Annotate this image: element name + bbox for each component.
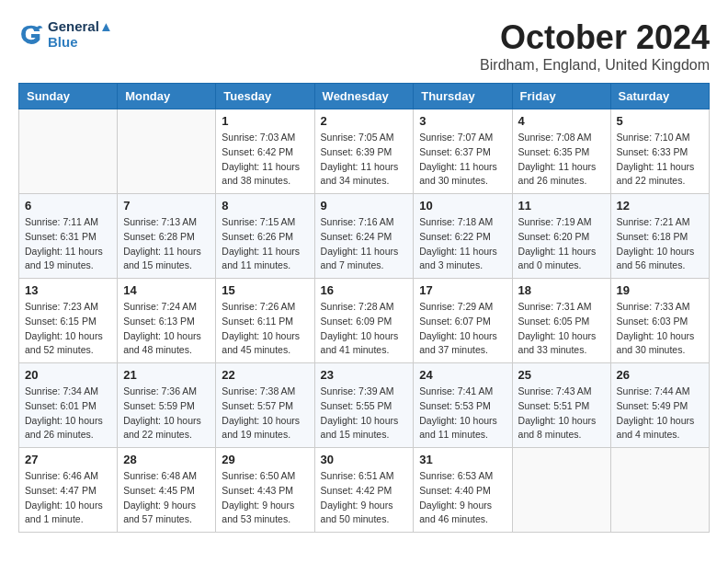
day-number: 13: [25, 283, 111, 297]
day-info: Sunrise: 7:34 AMSunset: 6:01 PMDaylight:…: [25, 385, 111, 442]
day-number: 25: [518, 368, 605, 382]
calendar-cell: 2Sunrise: 7:05 AMSunset: 6:39 PMDaylight…: [314, 109, 414, 194]
day-number: 5: [617, 114, 703, 128]
calendar-cell: 20Sunrise: 7:34 AMSunset: 6:01 PMDayligh…: [19, 363, 118, 448]
weekday-header-sunday: Sunday: [19, 84, 118, 109]
calendar-cell: 25Sunrise: 7:43 AMSunset: 5:51 PMDayligh…: [512, 363, 610, 448]
calendar-cell: 27Sunrise: 6:46 AMSunset: 4:47 PMDayligh…: [19, 448, 118, 533]
location: Birdham, England, United Kingdom: [480, 57, 710, 74]
page-header: General▲ Blue October 2024 Birdham, Engl…: [18, 18, 710, 74]
logo-text: General▲ Blue: [48, 18, 113, 50]
calendar-cell: 22Sunrise: 7:38 AMSunset: 5:57 PMDayligh…: [216, 363, 314, 448]
day-info: Sunrise: 7:05 AMSunset: 6:39 PMDaylight:…: [321, 131, 408, 189]
day-info: Sunrise: 7:11 AMSunset: 6:31 PMDaylight:…: [25, 215, 111, 273]
day-number: 1: [222, 114, 308, 128]
day-number: 4: [518, 114, 605, 128]
day-number: 23: [321, 368, 408, 382]
calendar-cell: 11Sunrise: 7:19 AMSunset: 6:20 PMDayligh…: [512, 194, 610, 279]
day-info: Sunrise: 7:43 AMSunset: 5:51 PMDaylight:…: [518, 385, 605, 442]
day-number: 16: [321, 283, 408, 297]
day-number: 3: [419, 114, 506, 128]
day-number: 8: [222, 199, 308, 213]
calendar-cell: 29Sunrise: 6:50 AMSunset: 4:43 PMDayligh…: [216, 448, 314, 533]
day-number: 18: [518, 283, 605, 297]
calendar-cell: 26Sunrise: 7:44 AMSunset: 5:49 PMDayligh…: [610, 363, 709, 448]
day-info: Sunrise: 7:24 AMSunset: 6:13 PMDaylight:…: [123, 300, 210, 358]
day-number: 6: [25, 199, 111, 213]
calendar-cell: [19, 109, 118, 194]
day-info: Sunrise: 7:21 AMSunset: 6:18 PMDaylight:…: [617, 215, 703, 273]
day-number: 24: [419, 368, 506, 382]
day-number: 26: [617, 368, 703, 382]
calendar-cell: 21Sunrise: 7:36 AMSunset: 5:59 PMDayligh…: [118, 363, 216, 448]
calendar-cell: 15Sunrise: 7:26 AMSunset: 6:11 PMDayligh…: [216, 279, 314, 363]
day-info: Sunrise: 7:03 AMSunset: 6:42 PMDaylight:…: [222, 131, 308, 189]
day-info: Sunrise: 7:36 AMSunset: 5:59 PMDaylight:…: [123, 385, 210, 442]
day-info: Sunrise: 7:10 AMSunset: 6:33 PMDaylight:…: [617, 131, 703, 189]
day-info: Sunrise: 6:50 AMSunset: 4:43 PMDaylight:…: [222, 469, 308, 527]
calendar-cell: [512, 448, 610, 533]
calendar-cell: 5Sunrise: 7:10 AMSunset: 6:33 PMDaylight…: [610, 109, 709, 194]
calendar-cell: 1Sunrise: 7:03 AMSunset: 6:42 PMDaylight…: [216, 109, 314, 194]
calendar-cell: 17Sunrise: 7:29 AMSunset: 6:07 PMDayligh…: [414, 279, 512, 363]
calendar-cell: 13Sunrise: 7:23 AMSunset: 6:15 PMDayligh…: [19, 279, 118, 363]
day-info: Sunrise: 7:28 AMSunset: 6:09 PMDaylight:…: [321, 300, 408, 358]
calendar-cell: 3Sunrise: 7:07 AMSunset: 6:37 PMDaylight…: [414, 109, 512, 194]
weekday-header-tuesday: Tuesday: [216, 84, 314, 109]
day-info: Sunrise: 7:15 AMSunset: 6:26 PMDaylight:…: [222, 215, 308, 273]
weekday-header-wednesday: Wednesday: [314, 84, 414, 109]
day-number: 14: [123, 283, 210, 297]
calendar-week-3: 13Sunrise: 7:23 AMSunset: 6:15 PMDayligh…: [19, 279, 710, 363]
day-number: 30: [321, 453, 408, 466]
logo: General▲ Blue: [18, 18, 113, 50]
day-info: Sunrise: 7:08 AMSunset: 6:35 PMDaylight:…: [518, 131, 605, 189]
day-number: 2: [321, 114, 408, 128]
calendar-cell: 8Sunrise: 7:15 AMSunset: 6:26 PMDaylight…: [216, 194, 314, 279]
calendar-cell: 16Sunrise: 7:28 AMSunset: 6:09 PMDayligh…: [314, 279, 414, 363]
day-info: Sunrise: 7:19 AMSunset: 6:20 PMDaylight:…: [518, 215, 605, 273]
calendar-cell: [118, 109, 216, 194]
month-title: October 2024: [480, 18, 710, 57]
day-number: 9: [321, 199, 408, 213]
calendar-cell: 18Sunrise: 7:31 AMSunset: 6:05 PMDayligh…: [512, 279, 610, 363]
day-number: 21: [123, 368, 210, 382]
day-number: 11: [518, 199, 605, 213]
day-number: 28: [123, 453, 210, 466]
day-info: Sunrise: 7:23 AMSunset: 6:15 PMDaylight:…: [25, 300, 111, 358]
day-info: Sunrise: 6:46 AMSunset: 4:47 PMDaylight:…: [25, 469, 111, 527]
day-info: Sunrise: 7:38 AMSunset: 5:57 PMDaylight:…: [222, 385, 308, 442]
calendar-cell: 10Sunrise: 7:18 AMSunset: 6:22 PMDayligh…: [414, 194, 512, 279]
logo-icon: [18, 21, 44, 47]
day-info: Sunrise: 6:53 AMSunset: 4:40 PMDaylight:…: [419, 469, 506, 527]
day-info: Sunrise: 7:29 AMSunset: 6:07 PMDaylight:…: [419, 300, 506, 358]
day-info: Sunrise: 7:39 AMSunset: 5:55 PMDaylight:…: [321, 385, 408, 442]
day-info: Sunrise: 7:16 AMSunset: 6:24 PMDaylight:…: [321, 215, 408, 273]
calendar-cell: 4Sunrise: 7:08 AMSunset: 6:35 PMDaylight…: [512, 109, 610, 194]
day-number: 12: [617, 199, 703, 213]
calendar-cell: 7Sunrise: 7:13 AMSunset: 6:28 PMDaylight…: [118, 194, 216, 279]
day-info: Sunrise: 6:51 AMSunset: 4:42 PMDaylight:…: [321, 469, 408, 527]
weekday-header-monday: Monday: [118, 84, 216, 109]
calendar-cell: 9Sunrise: 7:16 AMSunset: 6:24 PMDaylight…: [314, 194, 414, 279]
calendar-cell: 24Sunrise: 7:41 AMSunset: 5:53 PMDayligh…: [414, 363, 512, 448]
calendar-header-row: SundayMondayTuesdayWednesdayThursdayFrid…: [19, 84, 710, 109]
calendar-cell: 6Sunrise: 7:11 AMSunset: 6:31 PMDaylight…: [19, 194, 118, 279]
calendar-week-2: 6Sunrise: 7:11 AMSunset: 6:31 PMDaylight…: [19, 194, 710, 279]
day-info: Sunrise: 7:13 AMSunset: 6:28 PMDaylight:…: [123, 215, 210, 273]
day-info: Sunrise: 7:07 AMSunset: 6:37 PMDaylight:…: [419, 131, 506, 189]
day-info: Sunrise: 7:41 AMSunset: 5:53 PMDaylight:…: [419, 385, 506, 442]
day-info: Sunrise: 7:18 AMSunset: 6:22 PMDaylight:…: [419, 215, 506, 273]
calendar-cell: [610, 448, 709, 533]
title-section: October 2024 Birdham, England, United Ki…: [480, 18, 710, 74]
day-info: Sunrise: 6:48 AMSunset: 4:45 PMDaylight:…: [123, 469, 210, 527]
weekday-header-friday: Friday: [512, 84, 610, 109]
day-number: 31: [419, 453, 506, 466]
day-number: 19: [617, 283, 703, 297]
day-number: 29: [222, 453, 308, 466]
day-number: 15: [222, 283, 308, 297]
day-info: Sunrise: 7:33 AMSunset: 6:03 PMDaylight:…: [617, 300, 703, 358]
day-number: 20: [25, 368, 111, 382]
day-number: 17: [419, 283, 506, 297]
weekday-header-thursday: Thursday: [414, 84, 512, 109]
weekday-header-saturday: Saturday: [610, 84, 709, 109]
